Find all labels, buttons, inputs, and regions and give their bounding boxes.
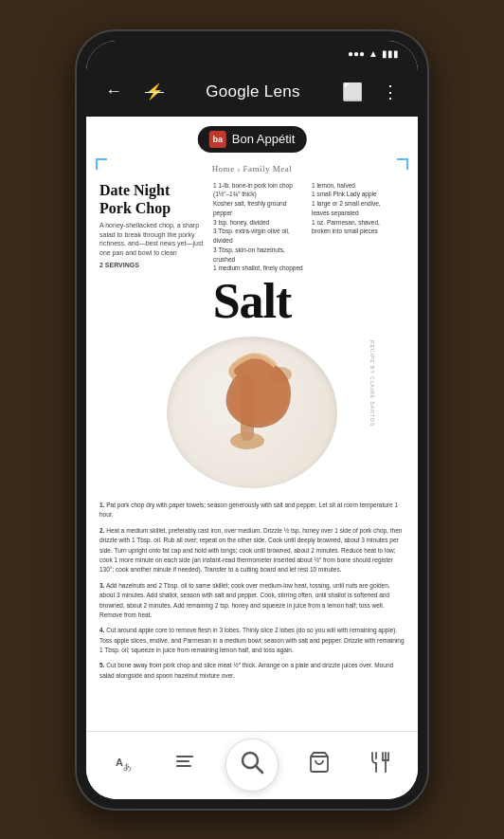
svg-text:あ: あ: [123, 762, 132, 772]
shopping-button[interactable]: [300, 743, 338, 787]
step-3-num: 3.: [99, 582, 104, 589]
source-icon: ba: [209, 131, 226, 148]
ingredient-4: 3 Tbsp. extra-virgin olive oil, divided: [213, 227, 306, 246]
svg-rect-6: [176, 760, 189, 762]
step-5: 5. Cut bone away from pork chop and slic…: [99, 661, 405, 681]
recipe-title-line1: Date Night: [99, 182, 170, 198]
translate-icon: A あ: [114, 751, 136, 779]
pork-chop-svg: [214, 351, 309, 455]
step-3-text: Add hazelnuts and 2 Tbsp. oil to same sk…: [99, 582, 390, 618]
wifi-icon: ▲: [369, 48, 378, 59]
recipe-ingredients: 1 1-lb. bone-in pork loin chop(1½″–1¾″ t…: [213, 181, 405, 274]
svg-rect-7: [176, 765, 191, 767]
text-button[interactable]: [166, 743, 204, 787]
step-3: 3. Add hazelnuts and 2 Tbsp. oil to same…: [99, 581, 405, 621]
breadcrumb: Home › Family Meal: [99, 164, 405, 173]
recipe-title: Date Night Pork Chop: [99, 181, 204, 217]
step-4: 4. Cut around apple core to remove flesh…: [99, 626, 405, 655]
selection-corner-tl: [96, 158, 107, 170]
flash-button[interactable]: ⚡: [141, 79, 168, 104]
more-button[interactable]: ⋮: [378, 78, 403, 106]
status-bar: ●●● ▲ ▮▮▮: [86, 41, 418, 67]
ingredient-2: Kosher salt, freshly ground pepper: [213, 199, 306, 218]
shopping-icon: [308, 751, 331, 779]
recipe-steps: 1. Pat pork chop dry with paper towels; …: [99, 501, 405, 681]
recipe-top: Date Night Pork Chop A honey-shellacked …: [99, 181, 405, 274]
salt-heading: Salt: [99, 277, 405, 326]
app-title: Google Lens: [206, 82, 300, 101]
search-icon: [238, 748, 266, 783]
ingredient-6: 1 medium shallot, finely chopped: [213, 264, 306, 273]
ingredient-10: 1 oz. Parmesan, shaved,broken into small…: [312, 218, 405, 237]
back-button[interactable]: ←: [101, 78, 126, 105]
step-1-text: Pat pork chop dry with paper towels; sea…: [99, 502, 398, 518]
source-badge[interactable]: ba Bon Appétit: [198, 126, 307, 153]
source-name: Bon Appétit: [232, 132, 296, 146]
translate-button[interactable]: A あ: [106, 743, 144, 787]
dining-icon: [368, 751, 390, 779]
step-2-text: Heat a medium skillet, preferably cast i…: [99, 527, 402, 574]
phone-screen: ●●● ▲ ▮▮▮ ← ⚡ Google Lens ⬜ ⋮ ba Bon App…: [86, 41, 418, 799]
recipe-description: A honey-shellacked chop, a sharp salad t…: [99, 221, 204, 258]
ingredient-7: 1 lemon, halved: [312, 181, 405, 191]
ingredients-col-2: 1 lemon, halved 1 small Pink Lady apple …: [312, 181, 405, 274]
status-icons: ●●● ▲ ▮▮▮: [348, 48, 399, 59]
header-left: ← ⚡: [101, 78, 168, 105]
ingredient-8: 1 small Pink Lady apple: [312, 190, 405, 199]
search-button[interactable]: [225, 739, 279, 792]
step-4-num: 4.: [99, 627, 104, 633]
selection-corner-tr: [397, 158, 408, 170]
battery-icon: ▮▮▮: [382, 48, 399, 59]
content-area: ba Bon Appétit Home › Family Meal Date N…: [86, 117, 418, 731]
step-2: 2. Heat a medium skillet, preferably cas…: [99, 526, 405, 575]
svg-rect-5: [176, 756, 193, 757]
bottom-nav: A あ: [86, 731, 418, 799]
lens-header: ← ⚡ Google Lens ⬜ ⋮: [86, 67, 418, 117]
step-2-num: 2.: [99, 527, 104, 534]
ingredients-col-1: 1 1-lb. bone-in pork loin chop(1½″–1¾″ t…: [213, 181, 306, 274]
magazine-page: Home › Family Meal Date Night Pork Chop …: [86, 117, 418, 731]
side-text: RECIPE BY CLAIRE SANTOS: [370, 340, 376, 427]
pork-chop-image: [157, 332, 347, 493]
ingredient-1: 1 1-lb. bone-in pork loin chop(1½″–1¾″ t…: [213, 181, 306, 200]
step-5-text: Cut bone away from pork chop and slice m…: [99, 662, 393, 678]
text-icon: [173, 751, 196, 779]
signal-icon: ●●●: [348, 48, 365, 59]
svg-line-9: [256, 766, 262, 773]
ingredient-9: 1 large or 2 small endive,leaves separat…: [312, 199, 405, 218]
recipe-title-line2: Pork Chop: [99, 200, 171, 216]
ingredient-3: 3 tsp. honey, divided: [213, 218, 306, 228]
recipe-servings: 2 SERVINGS: [99, 262, 204, 268]
step-1: 1. Pat pork chop dry with paper towels; …: [99, 501, 405, 520]
recipe-left: Date Night Pork Chop A honey-shellacked …: [99, 181, 204, 274]
step-4-text: Cut around apple core to remove flesh in…: [99, 627, 405, 653]
step-1-num: 1.: [99, 502, 104, 508]
step-5-num: 5.: [99, 662, 104, 668]
svg-text:A: A: [116, 757, 123, 768]
phone-frame: ●●● ▲ ▮▮▮ ← ⚡ Google Lens ⬜ ⋮ ba Bon App…: [77, 31, 427, 809]
dining-button[interactable]: [360, 743, 398, 787]
image-button[interactable]: ⬜: [338, 78, 367, 106]
header-right: ⬜ ⋮: [338, 78, 403, 106]
ingredient-5: 3 Tbsp. skin-on hazelnuts, crushed: [213, 246, 306, 264]
